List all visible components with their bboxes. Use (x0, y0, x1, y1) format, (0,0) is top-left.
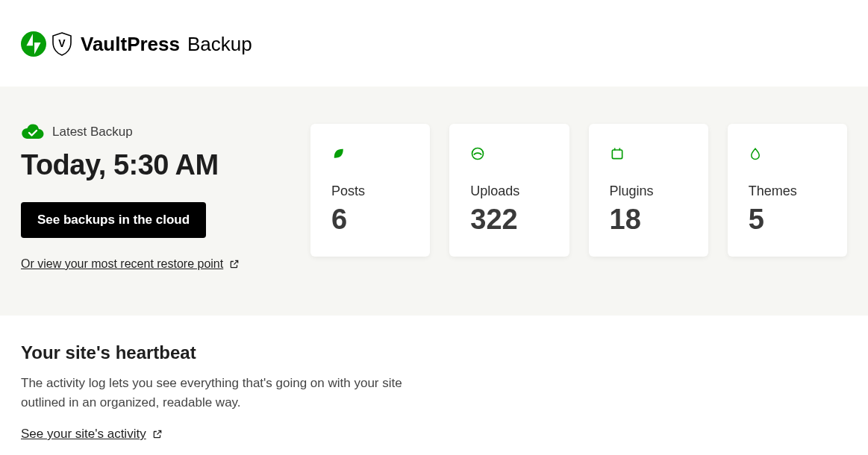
stat-card-themes: Themes 5 (728, 124, 847, 257)
stat-label: Posts (331, 183, 409, 199)
page-header: V VaultPress Backup (0, 0, 868, 87)
heartbeat-description: The activity log lets you see everything… (21, 374, 427, 412)
latest-backup-time: Today, 5:30 AM (21, 149, 290, 181)
svg-point-0 (21, 31, 46, 57)
brand-logo: V (21, 31, 73, 57)
leaf-icon (331, 146, 409, 163)
external-link-icon (229, 259, 240, 269)
brand-name-light: Backup (187, 33, 252, 56)
svg-text:V: V (58, 37, 66, 49)
restore-point-link[interactable]: Or view your most recent restore point (21, 257, 240, 271)
gauge-icon (470, 146, 548, 163)
latest-backup-label: Latest Backup (52, 125, 133, 139)
heartbeat-title: Your site's heartbeat (21, 342, 427, 363)
see-backups-button[interactable]: See backups in the cloud (21, 202, 206, 238)
calendar-icon (610, 146, 687, 163)
stat-card-posts: Posts 6 (310, 124, 430, 257)
activity-log-link-text: See your site's activity (21, 427, 146, 442)
stat-label: Themes (749, 183, 826, 199)
latest-backup-block: Latest Backup Today, 5:30 AM See backups… (21, 124, 290, 271)
stat-cards: Posts 6 Uploads 322 Plugins 18 (310, 124, 847, 257)
svg-rect-5 (612, 150, 622, 159)
external-link-icon (152, 429, 163, 439)
stat-value: 18 (610, 204, 687, 236)
shield-icon: V (51, 31, 73, 57)
cloud-check-icon (21, 124, 45, 140)
stat-label: Plugins (610, 183, 687, 199)
drop-icon (749, 146, 826, 163)
stat-value: 5 (749, 204, 826, 236)
stat-label: Uploads (470, 183, 548, 199)
backup-summary-panel: Latest Backup Today, 5:30 AM See backups… (0, 87, 868, 316)
activity-log-link[interactable]: See your site's activity (21, 427, 163, 442)
stat-value: 322 (470, 204, 548, 236)
stat-value: 6 (331, 204, 409, 236)
brand-name-bold: VaultPress (81, 33, 180, 56)
stat-card-plugins: Plugins 18 (589, 124, 708, 257)
jetpack-icon (21, 31, 46, 57)
heartbeat-section: Your site's heartbeat The activity log l… (0, 316, 448, 455)
stat-card-uploads: Uploads 322 (449, 124, 569, 257)
restore-point-link-text: Or view your most recent restore point (21, 257, 223, 271)
